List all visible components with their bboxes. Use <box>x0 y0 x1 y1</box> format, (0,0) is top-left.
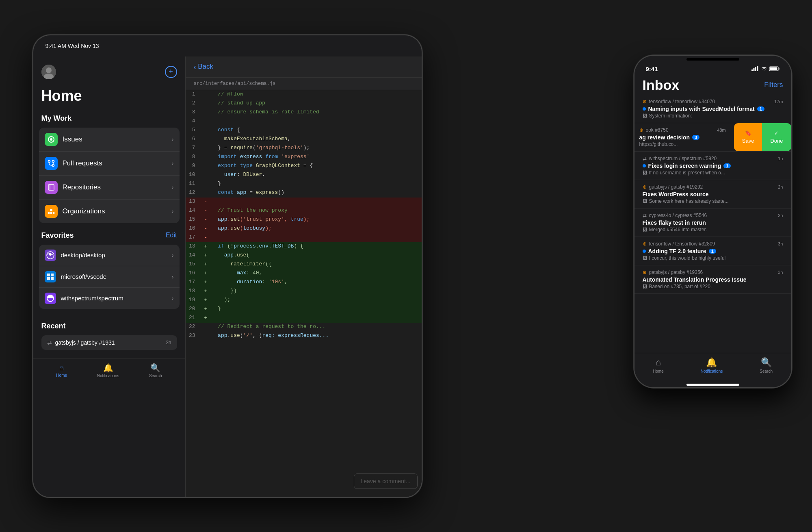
notif-badge: 1 <box>757 106 764 111</box>
notif-meta: ⊕ ook #8750 48m <box>639 127 726 133</box>
notifications-label: Notifications <box>701 369 723 373</box>
tablet-time: 9:41 AM Wed Nov 13 <box>45 43 99 49</box>
favorite-spectrum-label: withspectrum/spectrum <box>61 295 172 302</box>
notif-title: Automated Translation Progress Issue <box>643 276 783 283</box>
svg-point-14 <box>52 212 54 214</box>
sidebar: + Home My Work Issues › <box>33 56 186 497</box>
chevron-icon: › <box>172 208 174 215</box>
chevron-icon: › <box>172 274 174 280</box>
avatar[interactable] <box>41 65 56 79</box>
notification-item-3[interactable]: ⇄ withspectrum / spectrum #5920 1h Fixes… <box>634 152 791 180</box>
add-button[interactable]: + <box>165 66 177 78</box>
notification-item-4[interactable]: ⊕ gatsbyjs / gatsby #19292 2h Fixes Word… <box>634 180 791 208</box>
filters-button[interactable]: Filters <box>764 81 783 89</box>
svg-point-12 <box>50 209 52 211</box>
favorite-item-spectrum[interactable]: withspectrum/spectrum › <box>39 288 180 309</box>
code-line: 5 const { <box>186 126 422 135</box>
organizations-icon <box>45 205 58 218</box>
pull-requests-icon <box>45 157 58 170</box>
save-icon: 🔖 <box>745 130 751 136</box>
preview-icon: 🖼 <box>643 113 647 119</box>
notif-repo: gatsbyjs / gatsby #19292 <box>649 184 776 190</box>
notif-type-icon: ⊕ <box>643 241 647 247</box>
svg-point-1 <box>46 67 52 73</box>
notifications-nav-label: Notifications <box>97 373 119 378</box>
menu-item-organizations[interactable]: Organizations › <box>39 200 180 223</box>
code-line-added: 21 + <box>186 314 422 323</box>
swipe-done-button[interactable]: ✓ Done <box>762 123 791 151</box>
menu-item-pull-requests[interactable]: Pull requests › <box>39 152 180 176</box>
code-line: 23 app.use('/', (req: expressReques... <box>186 332 422 341</box>
notif-title: ag review decision 3 <box>639 134 726 141</box>
notif-title: Fixes login screen warning 1 <box>643 163 783 169</box>
code-line-removed: 13 - <box>186 198 422 206</box>
code-line-added: 16 + max: 40, <box>186 269 422 278</box>
back-button[interactable]: ‹ Back <box>194 62 213 72</box>
notif-time: 48m <box>717 128 725 132</box>
svg-rect-20 <box>47 277 50 280</box>
menu-item-repositories[interactable]: Repositories › <box>39 176 180 200</box>
svg-rect-25 <box>755 67 756 71</box>
notif-repo: withspectrum / spectrum #5920 <box>649 156 776 161</box>
my-work-label: My Work <box>33 114 185 128</box>
menu-item-issues[interactable]: Issues › <box>39 128 180 152</box>
phone-nav-search[interactable]: 🔍 Search <box>760 357 773 373</box>
chevron-icon: › <box>172 136 174 143</box>
desktop-icon <box>45 250 56 261</box>
vscode-icon <box>45 271 56 282</box>
notif-time: 3h <box>778 270 783 275</box>
done-label: Done <box>770 138 783 144</box>
code-line-added: 14 + app.use( <box>186 251 422 260</box>
comment-box[interactable]: Leave a comment... <box>354 473 418 489</box>
notification-item-1[interactable]: ⊕ tensorflow / tensorflow #34070 17m Nam… <box>634 95 791 123</box>
favorites-label: Favorites <box>41 231 74 240</box>
code-line: 7 } = require('graphql-tools'); <box>186 144 422 153</box>
chevron-icon: › <box>172 184 174 191</box>
notification-item-5[interactable]: ⇄ cypress-io / cypress #5546 2h Fixes fl… <box>634 208 791 237</box>
wifi-icon <box>761 66 767 71</box>
notif-meta: ⇄ cypress-io / cypress #5546 2h <box>643 213 783 218</box>
notif-repo: tensorflow / tensorflow #34070 <box>649 99 772 104</box>
svg-point-17 <box>49 253 52 256</box>
pr-icon: ⇄ <box>47 339 52 346</box>
preview-icon: 🖼 <box>643 255 647 261</box>
code-line: 10 user: DBUser, <box>186 171 422 180</box>
file-path: src/interfaces/api/schema.js <box>186 78 422 90</box>
home-title: Home <box>33 87 185 114</box>
inbox-header: Inbox Filters <box>634 74 791 95</box>
phone-nav-home[interactable]: ⌂ Home <box>653 357 664 373</box>
search-label: Search <box>760 369 773 373</box>
code-line: 3 // ensure schema is rate limited <box>186 108 422 117</box>
recent-item-label: gatsbyjs / gatsby #1931 <box>55 339 166 346</box>
phone-nav-notifications[interactable]: 🔔 Notifications <box>701 357 723 373</box>
svg-rect-23 <box>751 69 753 71</box>
code-line-removed: 17 - <box>186 233 422 242</box>
svg-point-4 <box>50 138 52 141</box>
code-line: 11 } <box>186 180 422 189</box>
code-line-removed: 16 - app.use(toobusy); <box>186 224 422 233</box>
favorite-item-desktop[interactable]: desktop/desktop › <box>39 245 180 266</box>
recent-item-time: 2h <box>166 340 171 345</box>
notif-type-icon: ⊕ <box>639 127 643 133</box>
notification-item-7[interactable]: ⊕ gatsbyjs / gatsby #19356 3h Automated … <box>634 265 791 294</box>
notif-preview: https://github.co... <box>639 141 726 147</box>
nav-notifications[interactable]: 🔔 Notifications <box>97 363 119 378</box>
notif-preview: 🖼 I concur, this would be highly useful <box>643 255 783 261</box>
favorite-item-vscode[interactable]: microsoft/vscode › <box>39 266 180 288</box>
edit-button[interactable]: Edit <box>166 232 177 239</box>
notification-item-6[interactable]: ⊕ tensorflow / tensorflow #32809 3h Addi… <box>634 237 791 265</box>
swipe-save-button[interactable]: 🔖 Save <box>734 123 762 151</box>
notif-repo: cypress-io / cypress #5546 <box>649 213 776 218</box>
nav-home[interactable]: ⌂ Home <box>56 363 67 378</box>
recent-item[interactable]: ⇄ gatsbyjs / gatsby #1931 2h <box>41 335 177 350</box>
notif-repo: ook #8750 <box>646 127 715 133</box>
svg-rect-26 <box>757 66 758 71</box>
notif-time: 1h <box>778 156 783 161</box>
code-line: 6 makeExecutableSchema, <box>186 135 422 144</box>
notification-item-2[interactable]: ⊕ ook #8750 48m ag review decision 3 htt… <box>634 123 791 152</box>
organizations-label: Organizations <box>63 207 172 215</box>
notif-time: 17m <box>774 99 783 104</box>
nav-search[interactable]: 🔍 Search <box>149 363 162 378</box>
notif-meta: ⊕ tensorflow / tensorflow #34070 17m <box>643 99 783 104</box>
code-area[interactable]: 1 // @flow 2 // stand up app 3 // ensure… <box>186 90 422 497</box>
